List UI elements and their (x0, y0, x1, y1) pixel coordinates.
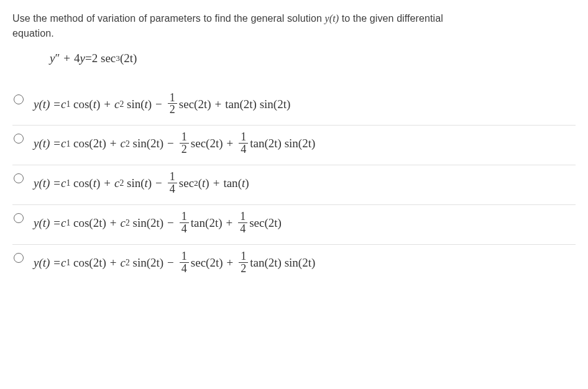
radio-icon[interactable] (14, 213, 24, 223)
prompt-text-2: equation. (12, 28, 54, 39)
option-c-math: y(t) = c1 cos(t) + c2 sin(t) − 14 sec2(t… (34, 172, 249, 196)
option-a[interactable]: y(t) = c1 cos(t) + c2 sin(t) − 12 sec(2t… (12, 86, 576, 126)
prompt-text-1b: to the given differential (339, 13, 443, 24)
radio-icon[interactable] (14, 253, 24, 263)
radio-icon[interactable] (14, 173, 24, 183)
radio-icon[interactable] (14, 94, 24, 104)
option-e[interactable]: y(t) = c1 cos(2t) + c2 sin(2t) − 14 sec(… (12, 245, 576, 284)
option-b[interactable]: y(t) = c1 cos(2t) + c2 sin(2t) − 12 sec(… (12, 126, 576, 165)
option-c[interactable]: y(t) = c1 cos(t) + c2 sin(t) − 14 sec2(t… (12, 165, 576, 205)
answer-options: y(t) = c1 cos(t) + c2 sin(t) − 12 sec(2t… (12, 86, 576, 284)
option-e-math: y(t) = c1 cos(2t) + c2 sin(2t) − 14 sec(… (34, 251, 315, 275)
prompt-yoft: y(t) (325, 13, 339, 24)
option-d[interactable]: y(t) = c1 cos(2t) + c2 sin(2t) − 14 tan(… (12, 205, 576, 245)
radio-icon[interactable] (14, 134, 24, 144)
given-equation: y″ + 4y = 2 sec3(2t) (50, 50, 576, 68)
question-prompt: Use the method of variation of parameter… (12, 11, 576, 41)
option-a-math: y(t) = c1 cos(t) + c2 sin(t) − 12 sec(2t… (34, 93, 290, 117)
prompt-text-1: Use the method of variation of parameter… (12, 13, 325, 24)
option-d-math: y(t) = c1 cos(2t) + c2 sin(2t) − 14 tan(… (34, 211, 282, 236)
option-b-math: y(t) = c1 cos(2t) + c2 sin(2t) − 12 sec(… (34, 132, 315, 156)
